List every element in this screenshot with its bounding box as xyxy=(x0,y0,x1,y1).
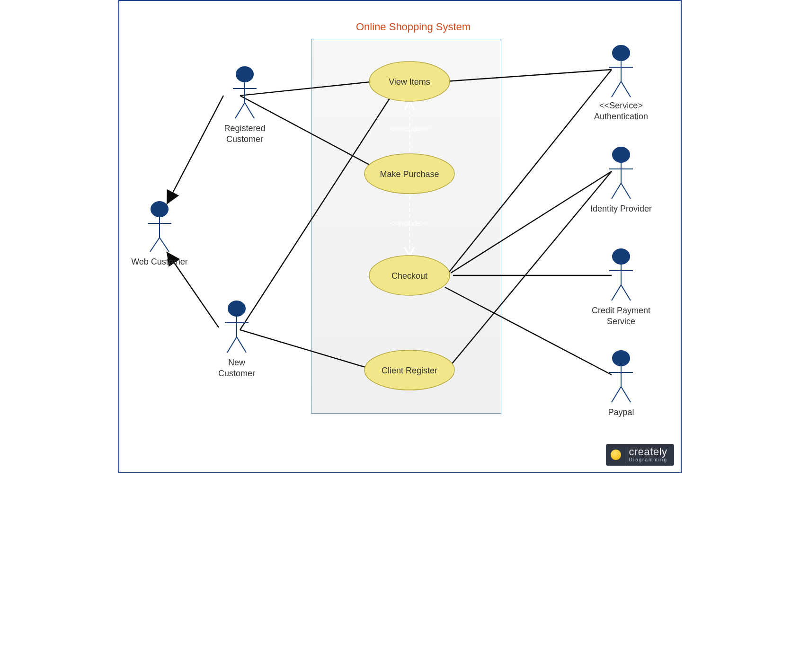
svg-point-18 xyxy=(151,202,168,217)
svg-line-21 xyxy=(150,238,160,252)
svg-point-28 xyxy=(228,301,245,316)
diagram-frame: Online Shopping System xyxy=(118,0,682,473)
svg-line-36 xyxy=(612,81,621,97)
svg-line-10 xyxy=(167,96,223,204)
label-paypal: Paypal xyxy=(590,407,652,418)
svg-line-37 xyxy=(621,81,631,97)
actor-identity-provider xyxy=(609,147,633,199)
label-identity-provider: Identity Provider xyxy=(578,203,664,214)
actor-new-customer xyxy=(225,301,249,353)
svg-line-52 xyxy=(621,387,631,402)
label-authentication: <<Service> Authentication xyxy=(576,100,666,123)
svg-line-26 xyxy=(235,103,245,118)
brand-name-a: create xyxy=(629,446,659,458)
svg-line-47 xyxy=(621,285,631,301)
svg-point-33 xyxy=(613,45,630,61)
bulb-icon xyxy=(611,450,621,460)
svg-point-48 xyxy=(613,351,630,366)
actor-credit-payment xyxy=(609,249,633,301)
svg-line-27 xyxy=(245,103,254,118)
actor-paypal xyxy=(609,351,633,402)
creately-logo: creately Diagramming xyxy=(606,444,674,466)
diagram-title: Online Shopping System xyxy=(356,21,471,33)
svg-line-31 xyxy=(227,337,237,353)
svg-line-22 xyxy=(160,238,169,252)
label-new-customer: New Customer xyxy=(201,357,272,380)
system-boundary xyxy=(311,39,501,414)
svg-point-43 xyxy=(613,249,630,264)
brand-tagline: Diagramming xyxy=(629,457,667,462)
brand-name-b: ly xyxy=(659,446,667,458)
actor-web-customer xyxy=(148,202,171,252)
svg-line-51 xyxy=(612,387,621,402)
svg-line-46 xyxy=(612,285,621,301)
label-registered-customer: Registered Customer xyxy=(209,123,280,145)
svg-line-41 xyxy=(612,183,621,199)
label-web-customer: Web Customer xyxy=(124,256,195,267)
actor-authentication xyxy=(609,45,633,97)
svg-point-38 xyxy=(613,147,630,162)
svg-line-42 xyxy=(621,183,631,199)
actor-registered-customer xyxy=(233,67,257,118)
svg-point-23 xyxy=(236,67,253,82)
svg-line-32 xyxy=(237,337,246,353)
label-credit-payment: Credit Payment Service xyxy=(578,305,664,327)
